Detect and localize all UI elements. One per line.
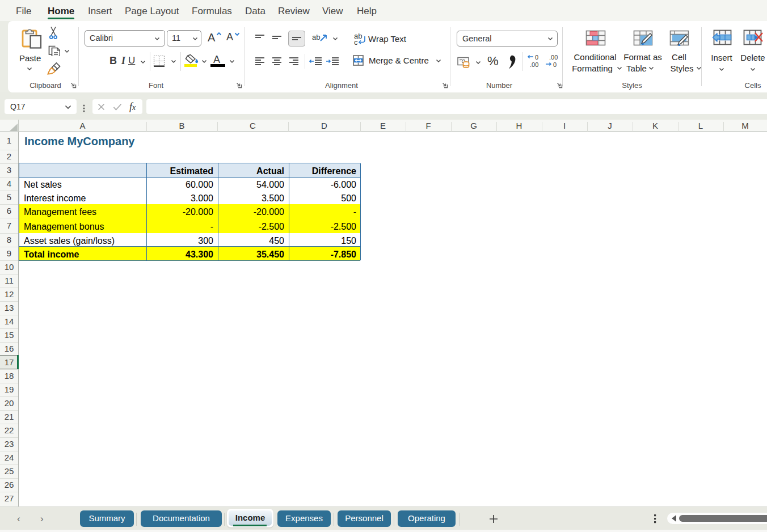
svg-text:c: c — [354, 38, 358, 46]
svg-text:0: 0 — [535, 54, 538, 61]
svg-text:.00: .00 — [530, 61, 538, 68]
